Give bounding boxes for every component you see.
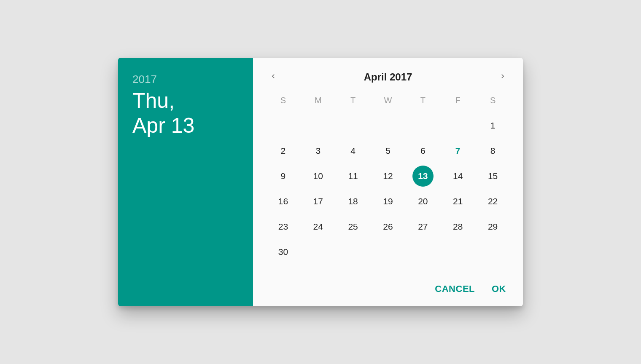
- weekday-label: T: [336, 92, 371, 109]
- date-display-line2: Apr 13: [132, 113, 239, 138]
- calendar-panel: April 2017 SMTWTFS 123456789101112131415…: [253, 58, 523, 306]
- calendar-day[interactable]: 2: [266, 138, 301, 163]
- cancel-button[interactable]: CANCEL: [435, 284, 475, 294]
- calendar-day[interactable]: 14: [440, 163, 475, 189]
- selected-date-panel: 2017 Thu, Apr 13: [118, 58, 253, 306]
- calendar-day[interactable]: 29: [475, 214, 510, 239]
- weekday-header: SMTWTFS: [266, 92, 510, 109]
- chevron-right-icon: [498, 72, 507, 82]
- calendar-day[interactable]: 9: [266, 163, 301, 189]
- month-year-label: April 2017: [364, 71, 412, 83]
- calendar-grid: 1234567891011121314151617181920212223242…: [266, 113, 510, 265]
- calendar-blank-cell: [266, 113, 301, 138]
- year-selector[interactable]: 2017: [132, 73, 239, 86]
- date-picker-dialog: 2017 Thu, Apr 13 April 2017 SMTWTFS 1234…: [118, 58, 523, 306]
- prev-month-button[interactable]: [266, 70, 281, 85]
- calendar-day[interactable]: 21: [440, 189, 475, 214]
- calendar-blank-cell: [371, 113, 406, 138]
- weekday-label: W: [371, 92, 406, 109]
- calendar-day[interactable]: 8: [475, 138, 510, 163]
- calendar-day[interactable]: 17: [301, 189, 336, 214]
- calendar-blank-cell: [301, 113, 336, 138]
- calendar-day[interactable]: 30: [266, 239, 301, 265]
- date-display-line1: Thu,: [132, 88, 239, 113]
- weekday-label: S: [475, 92, 510, 109]
- weekday-label: T: [405, 92, 440, 109]
- calendar-blank-cell: [336, 113, 371, 138]
- date-display[interactable]: Thu, Apr 13: [132, 88, 239, 138]
- calendar-day[interactable]: 5: [371, 138, 406, 163]
- calendar-day[interactable]: 19: [371, 189, 406, 214]
- calendar-day[interactable]: 26: [371, 214, 406, 239]
- calendar-blank-cell: [405, 113, 440, 138]
- calendar-day[interactable]: 7: [440, 138, 475, 163]
- calendar-day[interactable]: 27: [405, 214, 440, 239]
- calendar-day[interactable]: 3: [301, 138, 336, 163]
- ok-button[interactable]: OK: [492, 284, 506, 294]
- calendar-blank-cell: [440, 113, 475, 138]
- month-navigation: April 2017: [266, 70, 510, 85]
- calendar-day[interactable]: 24: [301, 214, 336, 239]
- next-month-button[interactable]: [495, 70, 510, 85]
- calendar-day[interactable]: 28: [440, 214, 475, 239]
- weekday-label: F: [440, 92, 475, 109]
- dialog-actions: CANCEL OK: [266, 278, 510, 298]
- calendar-day[interactable]: 23: [266, 214, 301, 239]
- calendar-day[interactable]: 6: [405, 138, 440, 163]
- calendar-day[interactable]: 18: [336, 189, 371, 214]
- weekday-label: S: [266, 92, 301, 109]
- calendar-day[interactable]: 15: [475, 163, 510, 189]
- calendar-day[interactable]: 13: [405, 163, 440, 189]
- calendar-day[interactable]: 12: [371, 163, 406, 189]
- calendar-day[interactable]: 11: [336, 163, 371, 189]
- weekday-label: M: [301, 92, 336, 109]
- calendar-day[interactable]: 10: [301, 163, 336, 189]
- calendar-day[interactable]: 22: [475, 189, 510, 214]
- calendar-day[interactable]: 25: [336, 214, 371, 239]
- calendar-day[interactable]: 1: [475, 113, 510, 138]
- calendar-day[interactable]: 20: [405, 189, 440, 214]
- calendar-day[interactable]: 16: [266, 189, 301, 214]
- calendar-day[interactable]: 4: [336, 138, 371, 163]
- chevron-left-icon: [269, 72, 277, 82]
